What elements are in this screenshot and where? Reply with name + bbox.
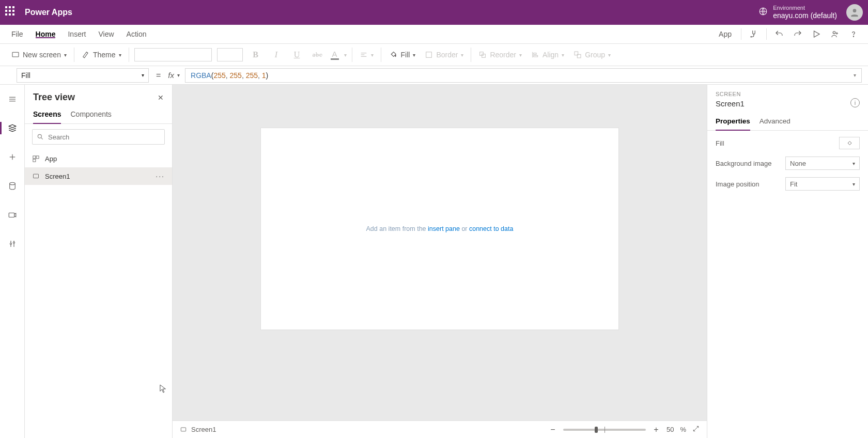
align-button[interactable]: Align ▾ bbox=[529, 46, 566, 63]
preview-button[interactable] bbox=[807, 25, 826, 43]
zoom-out-button[interactable]: − bbox=[549, 425, 557, 434]
prop-img-pos-label: Image position bbox=[716, 180, 760, 188]
menu-view[interactable]: View bbox=[92, 30, 120, 38]
menu-file[interactable]: File bbox=[5, 30, 29, 38]
share-button[interactable] bbox=[826, 25, 844, 43]
italic-button[interactable]: I bbox=[269, 50, 284, 59]
new-screen-label: New screen bbox=[23, 51, 61, 59]
zoom-percent: % bbox=[680, 426, 686, 433]
close-panel-button[interactable]: ✕ bbox=[158, 93, 164, 102]
border-label: Border bbox=[436, 51, 458, 59]
canvas-breadcrumb[interactable]: Screen1 bbox=[180, 426, 216, 433]
tab-components[interactable]: Components bbox=[70, 107, 111, 123]
menu-action[interactable]: Action bbox=[120, 30, 153, 38]
prop-img-pos-dropdown[interactable]: Fit ▾ bbox=[785, 177, 860, 191]
app-checker-button[interactable] bbox=[745, 25, 763, 43]
align-label: Align bbox=[542, 51, 559, 59]
prop-fill-color-button[interactable] bbox=[839, 137, 860, 149]
fill-color-button[interactable]: Fill ▾ bbox=[386, 46, 418, 63]
user-avatar[interactable] bbox=[846, 4, 863, 21]
ribbon-toolbar: New screen ▾ Theme ▾ B I U abc A ▾ ▾ bbox=[0, 44, 868, 66]
menu-home[interactable]: Home bbox=[29, 30, 62, 38]
font-family-dropdown[interactable] bbox=[134, 48, 212, 61]
group-button[interactable]: Group ▾ bbox=[571, 46, 613, 63]
tab-screens[interactable]: Screens bbox=[33, 107, 61, 123]
rail-data[interactable] bbox=[4, 178, 21, 194]
svg-rect-24 bbox=[9, 213, 14, 217]
new-screen-button[interactable]: New screen ▾ bbox=[9, 46, 69, 63]
tree-search[interactable] bbox=[32, 129, 165, 145]
insert-pane-link[interactable]: insert pane bbox=[428, 225, 460, 232]
svg-rect-29 bbox=[33, 155, 36, 158]
fit-to-window-button[interactable] bbox=[692, 425, 700, 434]
rail-hamburger[interactable] bbox=[4, 91, 21, 107]
formula-expand-icon[interactable]: ▾ bbox=[854, 72, 856, 78]
formula-fn: RGBA bbox=[191, 71, 211, 80]
property-selector[interactable]: Fill ▾ bbox=[17, 68, 149, 83]
bold-button[interactable]: B bbox=[248, 50, 264, 59]
search-icon bbox=[37, 133, 44, 140]
redo-button[interactable] bbox=[788, 25, 807, 43]
properties-info-button[interactable]: i bbox=[850, 98, 860, 107]
fx-label: fx bbox=[168, 71, 174, 80]
svg-point-27 bbox=[38, 134, 41, 138]
rail-advanced-tools[interactable] bbox=[4, 236, 21, 252]
zoom-slider[interactable] bbox=[563, 429, 646, 431]
menubar: File Home Insert View Action App bbox=[0, 25, 868, 44]
svg-point-4 bbox=[833, 32, 835, 34]
props-tab-advanced[interactable]: Advanced bbox=[760, 114, 791, 130]
rail-tree-view[interactable] bbox=[4, 120, 21, 136]
app-settings-link[interactable]: App bbox=[712, 30, 738, 38]
fx-button[interactable]: fx ▾ bbox=[168, 71, 180, 80]
titlebar: Power Apps Environment enayu.com (defaul… bbox=[0, 0, 868, 25]
svg-rect-12 bbox=[482, 54, 486, 58]
separator bbox=[741, 28, 741, 40]
theme-button[interactable]: Theme ▾ bbox=[80, 46, 123, 63]
chevron-down-icon: ▾ bbox=[853, 181, 855, 187]
svg-marker-3 bbox=[814, 31, 820, 37]
properties-panel: SCREEN Screen1 i Properties Advanced Fil… bbox=[707, 85, 868, 438]
font-color-button[interactable]: A bbox=[331, 50, 339, 60]
screen-icon bbox=[32, 173, 40, 180]
chevron-down-icon: ▾ bbox=[142, 72, 144, 78]
environment-name: enayu.com (default) bbox=[773, 11, 837, 20]
screen-icon bbox=[180, 426, 187, 433]
canvas-area[interactable]: Add an item from the insert pane or conn… bbox=[173, 85, 707, 420]
environment-label: Environment bbox=[773, 5, 837, 11]
canvas-placeholder: Add an item from the insert pane or conn… bbox=[366, 225, 514, 232]
menu-insert[interactable]: Insert bbox=[61, 30, 92, 38]
rail-media[interactable] bbox=[4, 207, 21, 223]
formula-input[interactable]: RGBA(255, 255, 255, 1) ▾ bbox=[185, 68, 862, 83]
tree-view-title: Tree view bbox=[33, 92, 75, 103]
properties-type-label: SCREEN bbox=[716, 91, 860, 97]
svg-point-2 bbox=[751, 37, 752, 38]
tree-item-screen1[interactable]: Screen1 ··· bbox=[25, 167, 172, 185]
environment-picker[interactable]: Environment enayu.com (default) bbox=[758, 5, 837, 20]
zoom-in-button[interactable]: + bbox=[652, 425, 660, 434]
chevron-down-icon: ▾ bbox=[519, 52, 522, 58]
help-button[interactable] bbox=[844, 25, 863, 43]
props-tab-properties[interactable]: Properties bbox=[716, 114, 750, 130]
underline-button[interactable]: U bbox=[289, 50, 305, 59]
screen-canvas[interactable]: Add an item from the insert pane or conn… bbox=[261, 128, 618, 330]
strikethrough-button[interactable]: abc bbox=[310, 51, 326, 59]
connect-data-link[interactable]: connect to data bbox=[469, 225, 513, 232]
tree-item-label: App bbox=[45, 155, 57, 163]
app-launcher-icon[interactable] bbox=[5, 6, 18, 19]
svg-point-26 bbox=[13, 242, 14, 243]
rail-insert[interactable] bbox=[4, 149, 21, 165]
border-button[interactable]: Border ▾ bbox=[423, 46, 466, 63]
tree-search-input[interactable] bbox=[48, 133, 160, 141]
reorder-label: Reorder bbox=[490, 51, 516, 59]
font-size-dropdown[interactable] bbox=[217, 48, 243, 61]
breadcrumb-label: Screen1 bbox=[191, 426, 216, 433]
fill-bucket-icon bbox=[389, 50, 398, 60]
undo-button[interactable] bbox=[770, 25, 788, 43]
chevron-down-icon: ▾ bbox=[64, 52, 67, 58]
reorder-button[interactable]: Reorder ▾ bbox=[476, 46, 524, 63]
prop-bg-image-dropdown[interactable]: None ▾ bbox=[785, 157, 860, 170]
text-align-button[interactable]: ▾ bbox=[358, 46, 376, 63]
prop-img-pos-value: Fit bbox=[790, 180, 797, 188]
tree-item-app[interactable]: App bbox=[25, 150, 172, 167]
tree-item-more-button[interactable]: ··· bbox=[156, 172, 165, 180]
